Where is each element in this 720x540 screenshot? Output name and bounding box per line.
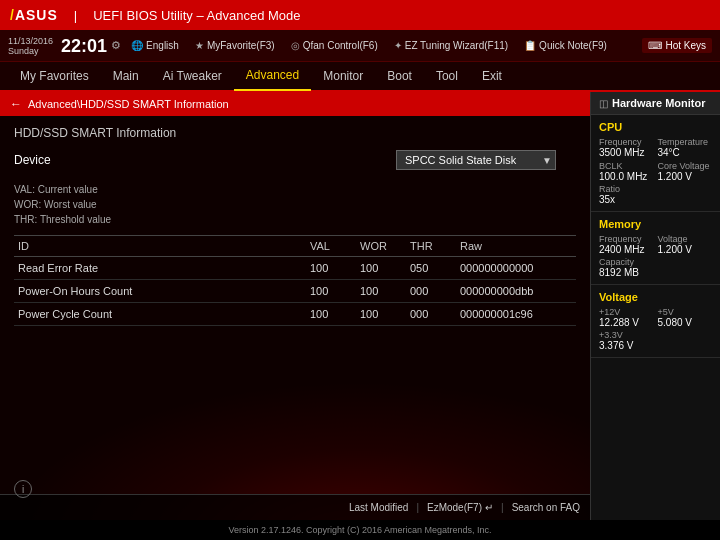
table-row: Power-On Hours Count 100 100 000 0000000… — [14, 280, 576, 303]
col-raw: Raw — [456, 240, 576, 252]
col-wor: WOR — [356, 240, 406, 252]
core-voltage-label: Core Voltage — [658, 161, 713, 171]
nav-advanced[interactable]: Advanced — [234, 61, 311, 91]
mem-voltage-label: Voltage — [658, 234, 713, 244]
bclk-label: BCLK — [599, 161, 654, 171]
device-select-container: SPCC Solid State Disk ▼ — [396, 150, 556, 170]
row-thr: 050 — [406, 262, 456, 274]
content-area: ← Advanced\HDD/SSD SMART Information HDD… — [0, 92, 720, 520]
time-display: 22:01 ⚙ — [61, 37, 121, 55]
language-icon: 🌐 — [131, 40, 143, 51]
row-id: Power-On Hours Count — [14, 285, 306, 297]
info-bar: 11/13/2016 Sunday 22:01 ⚙ 🌐 English ★ My… — [0, 30, 720, 62]
mem-freq-value: 2400 MHz — [599, 244, 654, 255]
wizard-icon: ✦ — [394, 40, 402, 51]
row-thr: 000 — [406, 285, 456, 297]
ez-mode-icon: ↵ — [485, 502, 493, 513]
cpu-freq-value: 3500 MHz — [599, 147, 654, 158]
row-val: 100 — [306, 308, 356, 320]
nav-main[interactable]: Main — [101, 61, 151, 91]
hw-monitor-header: ◫ Hardware Monitor — [591, 92, 720, 115]
ratio-label: Ratio — [599, 184, 712, 194]
hw-monitor-panel: ◫ Hardware Monitor CPU Frequency 3500 MH… — [590, 92, 720, 520]
table-header: ID VAL WOR THR Raw — [14, 235, 576, 257]
language-selector[interactable]: 🌐 English — [125, 40, 185, 51]
col-val: VAL — [306, 240, 356, 252]
row-thr: 000 — [406, 308, 456, 320]
memory-section: Memory Frequency 2400 MHz Voltage 1.200 … — [591, 212, 720, 285]
bclk-value: 100.0 MHz — [599, 171, 654, 182]
footer: Last Modified | EzMode(F7) ↵ | Search on… — [0, 494, 590, 520]
voltage-section-title: Voltage — [599, 291, 712, 303]
my-favorite-btn[interactable]: ★ MyFavorite(F3) — [189, 40, 281, 51]
voltage-section: Voltage +12V 12.288 V +5V 5.080 V +3.3V … — [591, 285, 720, 358]
nav-bar: My Favorites Main Ai Tweaker Advanced Mo… — [0, 62, 720, 92]
plus5v-value: 5.080 V — [658, 317, 713, 328]
breadcrumb-path: Advanced\HDD/SSD SMART Information — [28, 98, 229, 110]
nav-monitor[interactable]: Monitor — [311, 61, 375, 91]
row-val: 100 — [306, 285, 356, 297]
mem-freq-label: Frequency — [599, 234, 654, 244]
legend-wor: WOR: Worst value — [14, 197, 576, 212]
ez-mode-btn[interactable]: EzMode(F7) ↵ — [427, 502, 493, 513]
cpu-freq-label: Frequency — [599, 137, 654, 147]
device-dropdown[interactable]: SPCC Solid State Disk — [396, 150, 556, 170]
info-icon[interactable]: i — [14, 480, 32, 498]
hw-monitor-title: Hardware Monitor — [612, 97, 706, 109]
cpu-section: CPU Frequency 3500 MHz Temperature 34°C … — [591, 115, 720, 212]
mem-voltage-value: 1.200 V — [658, 244, 713, 255]
plus5v-label: +5V — [658, 307, 713, 317]
cpu-temp-value: 34°C — [658, 147, 713, 158]
row-wor: 100 — [356, 262, 406, 274]
row-raw: 000000000dbb — [456, 285, 576, 297]
row-id: Read Error Rate — [14, 262, 306, 274]
plus12v-label: +12V — [599, 307, 654, 317]
nav-tool[interactable]: Tool — [424, 61, 470, 91]
row-raw: 000000001c96 — [456, 308, 576, 320]
capacity-label: Capacity — [599, 257, 712, 267]
col-id: ID — [14, 240, 306, 252]
smart-page-title: HDD/SSD SMART Information — [14, 126, 576, 140]
date-display: 11/13/2016 Sunday — [8, 36, 53, 56]
legend-val: VAL: Current value — [14, 182, 576, 197]
cpu-section-title: CPU — [599, 121, 712, 133]
last-modified-btn[interactable]: Last Modified — [349, 502, 408, 513]
settings-icon[interactable]: ⚙ — [111, 39, 121, 52]
keyboard-icon: ⌨ — [648, 40, 662, 51]
col-thr: THR — [406, 240, 456, 252]
monitor-icon: ◫ — [599, 98, 608, 109]
star-icon: ★ — [195, 40, 204, 51]
core-voltage-value: 1.200 V — [658, 171, 713, 182]
bottom-bar: Version 2.17.1246. Copyright (C) 2016 Am… — [0, 520, 720, 540]
nav-ai-tweaker[interactable]: Ai Tweaker — [151, 61, 234, 91]
ez-tuning-btn[interactable]: ✦ EZ Tuning Wizard(F11) — [388, 40, 514, 51]
title-bar: /ASUS | UEFI BIOS Utility – Advanced Mod… — [0, 0, 720, 30]
plus12v-value: 12.288 V — [599, 317, 654, 328]
breadcrumb: ← Advanced\HDD/SSD SMART Information — [0, 92, 590, 116]
copyright-text: Version 2.17.1246. Copyright (C) 2016 Am… — [228, 525, 491, 535]
device-row: Device SPCC Solid State Disk ▼ — [14, 150, 576, 170]
cpu-temp-label: Temperature — [658, 137, 713, 147]
quick-note-btn[interactable]: 📋 Quick Note(F9) — [518, 40, 613, 51]
table-row: Read Error Rate 100 100 050 000000000000 — [14, 257, 576, 280]
memory-section-title: Memory — [599, 218, 712, 230]
asus-logo: /ASUS — [10, 7, 58, 23]
row-id: Power Cycle Count — [14, 308, 306, 320]
nav-my-favorites[interactable]: My Favorites — [8, 61, 101, 91]
nav-exit[interactable]: Exit — [470, 61, 514, 91]
nav-boot[interactable]: Boot — [375, 61, 424, 91]
smart-content: HDD/SSD SMART Information Device SPCC So… — [0, 116, 590, 494]
search-faq-btn[interactable]: Search on FAQ — [512, 502, 580, 513]
note-icon: 📋 — [524, 40, 536, 51]
main-content: ← Advanced\HDD/SSD SMART Information HDD… — [0, 92, 590, 520]
qfan-btn[interactable]: ◎ Qfan Control(F6) — [285, 40, 384, 51]
fan-icon: ◎ — [291, 40, 300, 51]
row-wor: 100 — [356, 285, 406, 297]
row-val: 100 — [306, 262, 356, 274]
hot-keys-btn[interactable]: ⌨ Hot Keys — [642, 38, 712, 53]
device-label: Device — [14, 153, 94, 167]
ratio-value: 35x — [599, 194, 712, 205]
back-arrow[interactable]: ← — [10, 97, 22, 111]
legend-thr: THR: Threshold value — [14, 212, 576, 227]
row-wor: 100 — [356, 308, 406, 320]
